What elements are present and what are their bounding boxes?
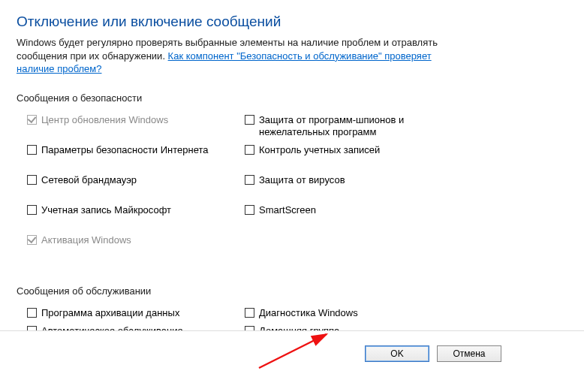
page-title: Отключение или включение сообщений: [17, 14, 567, 30]
checkbox-network-firewall[interactable]: [27, 175, 37, 185]
label-windows-activation: Активация Windows: [41, 234, 131, 246]
checkbox-windows-activation: [27, 235, 37, 245]
option-microsoft-account[interactable]: Учетная запись Майкрософт: [27, 204, 245, 234]
maintenance-col-right: Диагностика Windows Домашняя группа: [245, 307, 358, 330]
dialog-footer: OK Отмена: [0, 331, 584, 376]
option-network-firewall[interactable]: Сетевой брандмауэр: [27, 174, 245, 204]
label-auto-maintenance: Автоматическое обслуживание: [41, 325, 183, 330]
checkbox-internet-security[interactable]: [27, 145, 37, 155]
label-windows-update: Центр обновления Windows: [41, 114, 168, 126]
maintenance-options: Программа архивации данных Автоматическо…: [17, 307, 567, 330]
annotation-arrow-icon: [255, 327, 345, 372]
section-security-header: Сообщения о безопасности: [17, 92, 567, 104]
label-uac: Контроль учетных записей: [259, 144, 380, 156]
checkbox-virus-protection[interactable]: [245, 175, 254, 185]
option-backup[interactable]: Программа архивации данных: [27, 307, 245, 325]
svg-line-0: [259, 334, 327, 368]
section-maintenance-header: Сообщения об обслуживании: [17, 285, 567, 297]
page-description: Windows будет регулярно проверять выбран…: [17, 36, 459, 76]
option-smartscreen[interactable]: SmartScreen: [245, 204, 439, 234]
cancel-button[interactable]: Отмена: [437, 345, 501, 362]
label-backup: Программа архивации данных: [41, 307, 179, 319]
security-col-right: Защита от программ-шпионов и нежелательн…: [245, 114, 439, 264]
checkbox-spyware-protection[interactable]: [245, 115, 254, 125]
label-network-firewall: Сетевой брандмауэр: [41, 174, 137, 186]
option-uac[interactable]: Контроль учетных записей: [245, 144, 439, 174]
option-spyware-protection[interactable]: Защита от программ-шпионов и нежелательн…: [245, 114, 439, 144]
option-internet-security[interactable]: Параметры безопасности Интернета: [27, 144, 245, 174]
checkbox-homegroup[interactable]: [245, 326, 254, 330]
label-spyware-protection: Защита от программ-шпионов и нежелательн…: [259, 114, 439, 139]
option-windows-activation: Активация Windows: [27, 234, 245, 264]
option-windows-diagnostics[interactable]: Диагностика Windows: [245, 307, 358, 325]
checkbox-smartscreen[interactable]: [245, 205, 254, 215]
maintenance-col-left: Программа архивации данных Автоматическо…: [17, 307, 245, 330]
checkbox-microsoft-account[interactable]: [27, 205, 37, 215]
checkbox-uac[interactable]: [245, 145, 254, 155]
checkbox-backup[interactable]: [27, 308, 37, 318]
label-microsoft-account: Учетная запись Майкрософт: [41, 204, 171, 216]
label-internet-security: Параметры безопасности Интернета: [41, 144, 209, 156]
settings-panel: Отключение или включение сообщений Windo…: [0, 0, 584, 330]
option-auto-maintenance[interactable]: Автоматическое обслуживание: [27, 325, 245, 330]
option-windows-update: Центр обновления Windows: [27, 114, 245, 144]
security-options: Центр обновления Windows Параметры безоп…: [17, 114, 567, 264]
label-homegroup: Домашняя группа: [259, 325, 339, 330]
checkbox-windows-diagnostics[interactable]: [245, 308, 254, 318]
option-virus-protection[interactable]: Защита от вирусов: [245, 174, 439, 204]
security-col-left: Центр обновления Windows Параметры безоп…: [17, 114, 245, 264]
label-virus-protection: Защита от вирусов: [259, 174, 345, 186]
checkbox-auto-maintenance[interactable]: [27, 326, 37, 330]
label-smartscreen: SmartScreen: [259, 204, 316, 216]
option-homegroup[interactable]: Домашняя группа: [245, 325, 358, 330]
checkbox-windows-update: [27, 115, 37, 125]
label-windows-diagnostics: Диагностика Windows: [259, 307, 358, 319]
ok-button[interactable]: OK: [365, 345, 429, 362]
